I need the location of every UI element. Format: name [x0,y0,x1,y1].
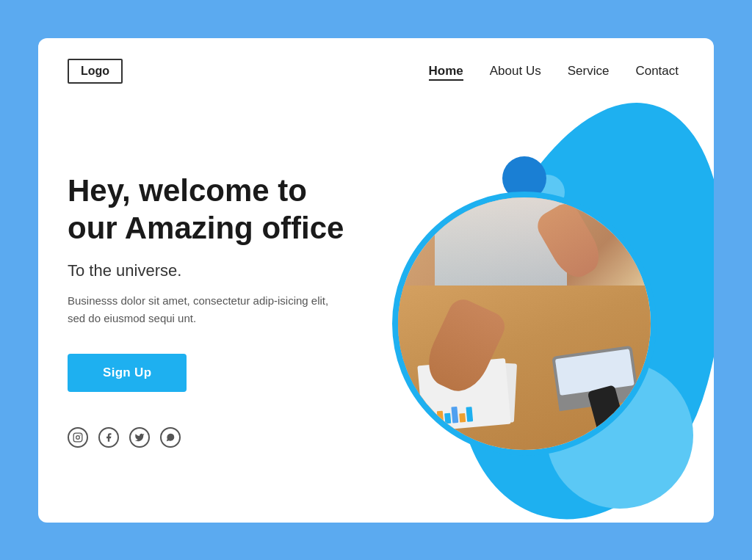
laptop-screen [555,349,634,396]
hero-title: Hey, welcome to our Amazing office [68,172,370,247]
nav-item-contact[interactable]: Contact [635,64,679,79]
nav-item-service[interactable]: Service [568,64,610,79]
left-section: Hey, welcome to our Amazing office To th… [68,172,370,448]
hero-description: Businesss dolor sit amet, consectetur ad… [68,292,347,327]
logo: Logo [68,59,123,84]
hero-image-circle [392,192,657,456]
svg-point-1 [76,436,80,440]
office-image [398,197,651,450]
nav-link-contact[interactable]: Contact [635,64,679,78]
right-section [370,142,679,479]
main-card: Logo Home About Us Service Contact [38,38,714,523]
page-wrapper: Logo Home About Us Service Contact [0,0,752,560]
nav-links: Home About Us Service Contact [429,64,679,79]
bar-6 [466,407,473,422]
bar-4 [451,406,458,423]
nav-link-home[interactable]: Home [429,64,463,81]
bar-1 [430,417,437,425]
nav-link-service[interactable]: Service [568,64,610,78]
navbar: Logo Home About Us Service Contact [38,38,714,98]
signup-button[interactable]: Sign Up [68,354,187,392]
bar-5 [459,412,466,422]
bar-2 [437,410,444,424]
bar-chart [428,399,474,425]
twitter-icon[interactable] [129,427,150,448]
svg-point-2 [80,434,81,435]
bar-3 [444,412,451,423]
nav-item-home[interactable]: Home [429,64,463,79]
main-content: Hey, welcome to our Amazing office To th… [38,98,714,523]
nav-link-about[interactable]: About Us [490,64,541,78]
svg-rect-0 [73,433,82,442]
whatsapp-icon[interactable] [160,427,181,448]
facebook-icon[interactable] [98,427,119,448]
nav-item-about[interactable]: About Us [490,64,541,79]
social-icons-row [68,427,370,448]
hero-subtitle: To the universe. [68,261,370,280]
instagram-icon[interactable] [68,427,88,448]
